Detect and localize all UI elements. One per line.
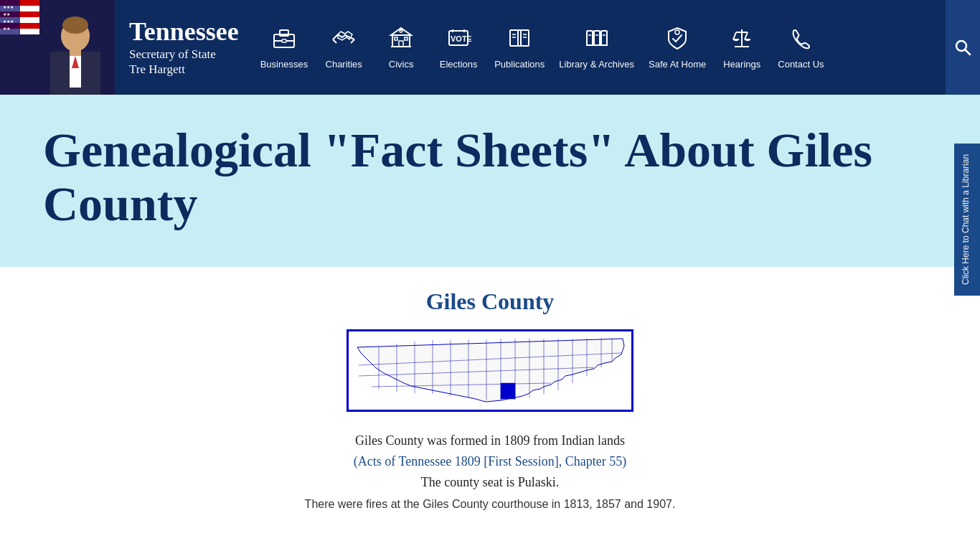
nav-contact[interactable]: Contact Us [771,0,831,95]
official-name: Tre Hargett [129,62,239,77]
scale-icon [729,25,755,55]
nav-publications[interactable]: Publications [487,0,552,95]
svg-rect-28 [405,37,407,40]
svg-rect-44 [587,31,593,45]
main-nav: Businesses Charities [253,0,946,95]
nav-civics-label: Civics [389,59,414,70]
header: ★★★ ★★ ★★★ ★★ Tennessee Secretary of Sta… [0,0,980,95]
svg-line-22 [333,39,336,43]
svg-text:★★★: ★★★ [3,19,14,24]
svg-text:★★: ★★ [3,12,10,17]
logo-section: ★★★ ★★ ★★★ ★★ Tennessee Secretary of Sta… [0,0,253,95]
page-title: Genealogical "Fact Sheets" About Giles C… [43,123,937,231]
archive-icon [584,25,610,55]
nav-hearings[interactable]: Hearings [713,0,771,95]
svg-rect-80 [501,383,515,399]
building-icon [388,25,414,55]
nav-safehome[interactable]: Safe At Home [641,0,713,95]
svg-rect-37 [521,30,529,46]
county-name: Giles County [426,288,555,315]
nav-elections-label: Elections [440,59,478,70]
nav-elections[interactable]: VOTE Elections [430,0,487,95]
hero-banner: Genealogical "Fact Sheets" About Giles C… [0,95,980,267]
shield-icon [664,25,690,55]
svg-rect-45 [594,31,600,45]
vote-icon: VOTE [446,25,471,55]
nav-civics[interactable]: Civics [372,0,430,95]
chat-sidebar[interactable]: Click Here to Chat with a Librarian [954,143,980,296]
svg-rect-21 [282,39,286,42]
svg-rect-26 [399,41,403,47]
svg-text:★★★: ★★★ [3,5,14,9]
nav-library[interactable]: Library & Archives [552,0,641,95]
book-icon [507,25,532,55]
svg-rect-46 [601,31,607,45]
svg-rect-17 [70,49,81,56]
svg-point-13 [62,17,88,34]
briefcase-icon [271,25,297,55]
state-name: Tennessee [129,18,239,47]
search-button[interactable] [946,0,980,95]
nav-publications-label: Publications [494,59,545,70]
formation-text: Giles County was formed in 1809 from Ind… [305,433,676,448]
svg-text:VOTE: VOTE [451,34,471,43]
svg-line-23 [351,39,354,43]
nav-library-label: Library & Archives [559,59,634,70]
svg-rect-36 [510,30,518,46]
svg-point-51 [675,30,679,34]
svg-rect-27 [395,37,397,40]
nav-businesses[interactable]: Businesses [253,0,315,95]
nav-charities-label: Charities [326,59,362,70]
handshake-icon [331,25,357,55]
phone-icon [788,25,814,55]
nav-businesses-label: Businesses [260,59,308,70]
main-content: Giles County [0,267,980,534]
nav-charities[interactable]: Charities [315,0,372,95]
official-photo: ★★★ ★★ ★★★ ★★ [0,0,115,95]
acts-link[interactable]: (Acts of Tennessee 1809 [First Session],… [305,454,676,469]
office-title: Secretary of State [129,47,239,62]
nav-safehome-label: Safe At Home [649,59,706,70]
nav-hearings-label: Hearings [723,59,760,70]
county-map [347,329,633,412]
svg-line-57 [745,32,748,39]
seat-text: The county seat is Pulaski. [305,475,676,490]
nav-contact-label: Contact Us [778,59,824,70]
county-info: Giles County was formed in 1809 from Ind… [305,433,676,513]
svg-line-60 [966,50,971,55]
svg-line-55 [733,32,736,39]
svg-text:★★: ★★ [3,27,10,31]
site-title: Tennessee Secretary of State Tre Hargett [115,18,253,77]
fires-text: There were fires at the Giles County cou… [305,496,676,513]
